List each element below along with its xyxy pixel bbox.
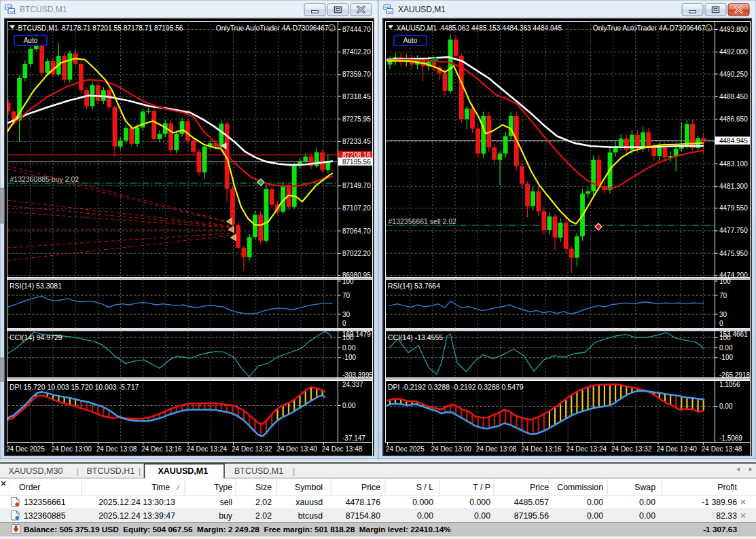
- svg-text:4479.550: 4479.550: [719, 204, 748, 212]
- svg-text:Time: Time: [151, 483, 170, 492]
- svg-text:30: 30: [719, 311, 727, 318]
- svg-text:xauusd: xauusd: [295, 498, 323, 507]
- svg-text:100: 100: [342, 278, 354, 285]
- svg-text:RSI(14) 53.7664: RSI(14) 53.7664: [388, 282, 440, 290]
- svg-text:-265.2918: -265.2918: [719, 371, 750, 379]
- svg-text:87402.20: 87402.20: [342, 48, 371, 56]
- svg-text:Commission: Commission: [557, 483, 603, 492]
- svg-text:|: |: [139, 466, 141, 476]
- svg-text:2.02: 2.02: [255, 498, 272, 507]
- svg-text:btcusd: btcusd: [298, 511, 323, 521]
- svg-text:87064.70: 87064.70: [342, 227, 371, 235]
- svg-text:0.00: 0.00: [417, 511, 433, 521]
- svg-text:87195.56: 87195.56: [342, 158, 371, 166]
- svg-text:DPI 15.720 10.003 15.720 10.00: DPI 15.720 10.003 15.720 10.003 -5.717: [10, 383, 139, 391]
- svg-text:87022.20: 87022.20: [342, 250, 371, 257]
- svg-text:4481.300: 4481.300: [719, 183, 748, 190]
- svg-text:-1 307.63: -1 307.63: [703, 525, 737, 534]
- svg-text:24 Dec 2025: 24 Dec 2025: [6, 445, 45, 453]
- svg-text:XAUUSD,M30: XAUUSD,M30: [9, 466, 63, 476]
- svg-text:4477.750: 4477.750: [719, 227, 748, 234]
- svg-text:24.337: 24.337: [342, 381, 363, 388]
- svg-text:87195.56: 87195.56: [514, 511, 549, 521]
- svg-text:87275.95: 87275.95: [342, 115, 371, 123]
- svg-text:24 Dec 13:24: 24 Dec 13:24: [187, 445, 228, 453]
- svg-text:0: 0: [719, 320, 723, 327]
- svg-text:82.33: 82.33: [716, 511, 737, 521]
- svg-text:4478.176: 4478.176: [346, 498, 380, 507]
- svg-text:100: 100: [719, 334, 731, 341]
- svg-text:4486.650: 4486.650: [719, 115, 748, 123]
- svg-text:87154.80: 87154.80: [346, 511, 380, 521]
- svg-text:Balance: 505 375.19 USD Equit: Balance: 505 375.19 USD Equity: 504 067.…: [24, 525, 451, 534]
- svg-text:buy: buy: [219, 511, 233, 521]
- svg-text:0.00: 0.00: [342, 402, 356, 409]
- svg-text:#132360885 buy 2.02: #132360885 buy 2.02: [10, 175, 79, 183]
- svg-text:24 Dec 13:00: 24 Dec 13:00: [51, 445, 92, 453]
- svg-text:BTCUSD,H1: BTCUSD,H1: [87, 466, 135, 476]
- svg-text:XAUUSD,M1: XAUUSD,M1: [398, 5, 446, 14]
- svg-text:BTCUSD,M1: BTCUSD,M1: [234, 466, 283, 476]
- svg-text:T / P: T / P: [473, 483, 490, 492]
- svg-text:-1 389.96: -1 389.96: [702, 498, 737, 507]
- svg-text:24 Dec 13:24: 24 Dec 13:24: [566, 445, 607, 453]
- svg-text:0.000: 0.000: [412, 498, 433, 507]
- svg-text:132360885: 132360885: [24, 511, 66, 521]
- svg-text:87318.45: 87318.45: [342, 93, 371, 100]
- svg-text:Auto: Auto: [24, 37, 38, 44]
- svg-text:0.00: 0.00: [639, 498, 655, 507]
- svg-text:4492.000: 4492.000: [719, 48, 748, 56]
- svg-text:-100: -100: [342, 354, 356, 361]
- svg-text:Auto: Auto: [403, 37, 418, 44]
- svg-text:|: |: [293, 466, 295, 476]
- svg-text:OnlyTrue AutoTrader 4A-D730964: OnlyTrue AutoTrader 4A-D73096467: [593, 24, 706, 32]
- svg-text:XAUUSD,M1 4485.062 4485.153 4: XAUUSD,M1 4485.062 4485.153 4484.363 448…: [397, 24, 562, 32]
- svg-text:0.00: 0.00: [587, 511, 603, 521]
- svg-text:0.000: 0.000: [469, 498, 490, 507]
- svg-text:4483.100: 4483.100: [719, 160, 748, 168]
- svg-text:24 Dec 13:16: 24 Dec 13:16: [521, 445, 562, 453]
- svg-text:-100: -100: [719, 354, 733, 361]
- svg-text:70: 70: [719, 292, 727, 299]
- svg-text:132356661: 132356661: [24, 498, 66, 507]
- svg-text:2025.12.24 13:30:13: 2025.12.24 13:30:13: [98, 498, 175, 507]
- svg-text:24 Dec 13:32: 24 Dec 13:32: [611, 445, 652, 453]
- svg-text:OnlyTrue AutoTrader 4A-D730964: OnlyTrue AutoTrader 4A-D73096467: [216, 24, 329, 32]
- svg-text:87107.20: 87107.20: [342, 204, 371, 212]
- svg-text:Order: Order: [19, 483, 40, 492]
- svg-text:0.00: 0.00: [474, 511, 490, 521]
- svg-text:24 Dec 13:40: 24 Dec 13:40: [276, 445, 317, 453]
- svg-text:S / L: S / L: [416, 483, 433, 492]
- svg-text:0.00: 0.00: [342, 344, 356, 352]
- svg-text:0.00: 0.00: [719, 403, 733, 410]
- svg-text:87149.70: 87149.70: [342, 182, 371, 189]
- svg-text:87359.70: 87359.70: [342, 71, 371, 78]
- svg-text:4484.945: 4484.945: [719, 137, 748, 145]
- svg-text:4475.950: 4475.950: [719, 250, 748, 257]
- svg-text:2025.12.24 13:39:47: 2025.12.24 13:39:47: [98, 511, 175, 521]
- svg-text:Type: Type: [214, 483, 232, 492]
- svg-text:87233.45: 87233.45: [342, 138, 371, 145]
- svg-text:sell: sell: [220, 498, 232, 507]
- svg-text:24 Dec 13:48: 24 Dec 13:48: [322, 445, 363, 453]
- svg-text:1.1056: 1.1056: [719, 381, 740, 388]
- svg-text:BTCUSD,M1 87178.71 87201.55 8: BTCUSD,M1 87178.71 87201.55 87178.71 871…: [18, 24, 183, 32]
- svg-text:24 Dec 13:48: 24 Dec 13:48: [702, 445, 742, 453]
- svg-text:Size: Size: [255, 483, 272, 492]
- svg-text:Profit: Profit: [717, 483, 737, 492]
- svg-text:0: 0: [342, 320, 346, 327]
- svg-text:87444.70: 87444.70: [342, 26, 371, 33]
- svg-text:-37.147: -37.147: [342, 434, 365, 442]
- svg-text:|: |: [77, 466, 79, 476]
- svg-text:Swap: Swap: [634, 483, 655, 492]
- svg-text:Price: Price: [530, 483, 549, 492]
- svg-text:2.02: 2.02: [255, 511, 272, 521]
- svg-text:24 Dec 13:08: 24 Dec 13:08: [476, 445, 517, 453]
- svg-text:30: 30: [342, 311, 350, 318]
- svg-text:4490.250: 4490.250: [719, 71, 748, 78]
- svg-text:-303.3995: -303.3995: [342, 371, 373, 379]
- svg-text:4488.450: 4488.450: [719, 93, 748, 100]
- svg-text:70: 70: [342, 292, 350, 299]
- svg-text:24 Dec 13:00: 24 Dec 13:00: [431, 445, 471, 453]
- svg-text:24 Dec 13:16: 24 Dec 13:16: [141, 445, 182, 453]
